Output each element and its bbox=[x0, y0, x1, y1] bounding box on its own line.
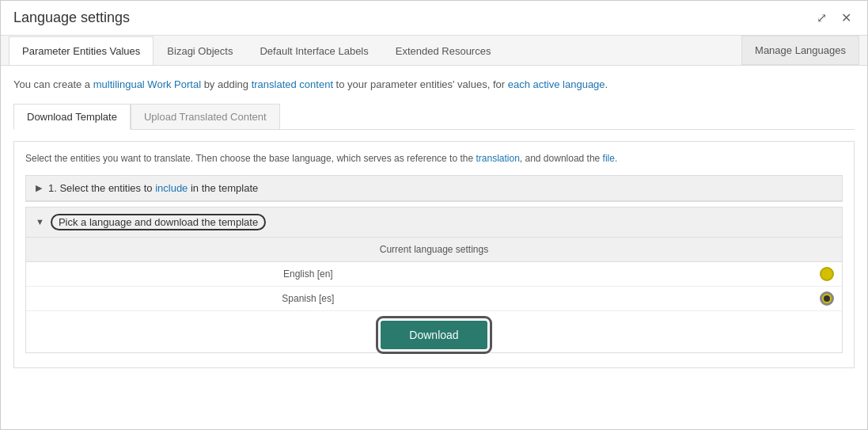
info-text: You can create a multilingual Work Porta… bbox=[13, 77, 855, 93]
section-1: ▶ 1. Select the entities to include in t… bbox=[25, 175, 843, 202]
section-2: ▼ Pick a language and download the templ… bbox=[25, 207, 843, 353]
file-link: file bbox=[603, 153, 615, 164]
section-1-chevron: ▶ bbox=[36, 183, 42, 193]
radio-cell-spanish[interactable] bbox=[590, 286, 842, 310]
section-1-title: 1. Select the entities to include in the… bbox=[48, 182, 258, 194]
close-icon: ✕ bbox=[841, 11, 851, 25]
modal-title: Language settings bbox=[13, 10, 130, 26]
sub-tab-download[interactable]: Download Template bbox=[13, 104, 131, 130]
modal-header: Language settings ⤢ ✕ bbox=[1, 1, 867, 36]
section-1-header[interactable]: ▶ 1. Select the entities to include in t… bbox=[26, 176, 842, 201]
modal-body: You can create a multilingual Work Porta… bbox=[1, 66, 867, 429]
section-2-title: Pick a language and download the templat… bbox=[59, 216, 258, 228]
lang-english: English [en] bbox=[26, 261, 590, 286]
tab-parameter-entities[interactable]: Parameter Entities Values bbox=[9, 36, 154, 65]
expand-window-icon: ⤢ bbox=[817, 11, 827, 25]
each-active-language-link: each active language bbox=[508, 78, 605, 90]
lang-table-header: Current language settings bbox=[26, 238, 842, 262]
sub-tabs: Download Template Upload Translated Cont… bbox=[13, 104, 855, 130]
content-description: Select the entities you want to translat… bbox=[25, 151, 843, 166]
radio-english[interactable] bbox=[820, 267, 834, 281]
content-area: Select the entities you want to translat… bbox=[13, 141, 855, 368]
lang-spanish: Spanish [es] bbox=[26, 286, 590, 310]
download-button[interactable]: Download bbox=[381, 321, 487, 349]
manage-languages-button[interactable]: Manage Languages bbox=[741, 36, 859, 65]
sub-tab-upload[interactable]: Upload Translated Content bbox=[131, 104, 280, 129]
translation-link: translation bbox=[476, 153, 519, 164]
language-settings-modal: Language settings ⤢ ✕ Parameter Entities… bbox=[0, 0, 868, 430]
table-row: Spanish [es] bbox=[26, 286, 842, 310]
tab-extended-resources[interactable]: Extended Resources bbox=[382, 36, 505, 65]
multilingual-link: multilingual Work Portal bbox=[93, 78, 201, 90]
main-tabs: Parameter Entities Values Bizagi Objects… bbox=[1, 36, 867, 66]
header-actions: ⤢ ✕ bbox=[813, 9, 855, 27]
translated-content-link: translated content bbox=[252, 78, 333, 90]
radio-spanish[interactable] bbox=[820, 291, 834, 306]
tab-default-interface[interactable]: Default Interface Labels bbox=[246, 36, 381, 65]
language-table: Current language settings English [en] bbox=[26, 238, 842, 311]
radio-cell-english[interactable] bbox=[590, 261, 842, 286]
close-button[interactable]: ✕ bbox=[838, 9, 855, 27]
section-2-header[interactable]: ▼ Pick a language and download the templ… bbox=[26, 207, 842, 238]
table-row: English [en] bbox=[26, 261, 842, 286]
download-area: Download bbox=[26, 311, 842, 352]
tab-bizagi-objects[interactable]: Bizagi Objects bbox=[154, 36, 246, 65]
section-2-title-outline: Pick a language and download the templat… bbox=[51, 214, 266, 230]
section-2-chevron: ▼ bbox=[36, 217, 44, 226]
section-2-body: Current language settings English [en] bbox=[26, 238, 842, 352]
expand-window-button[interactable]: ⤢ bbox=[813, 9, 830, 27]
